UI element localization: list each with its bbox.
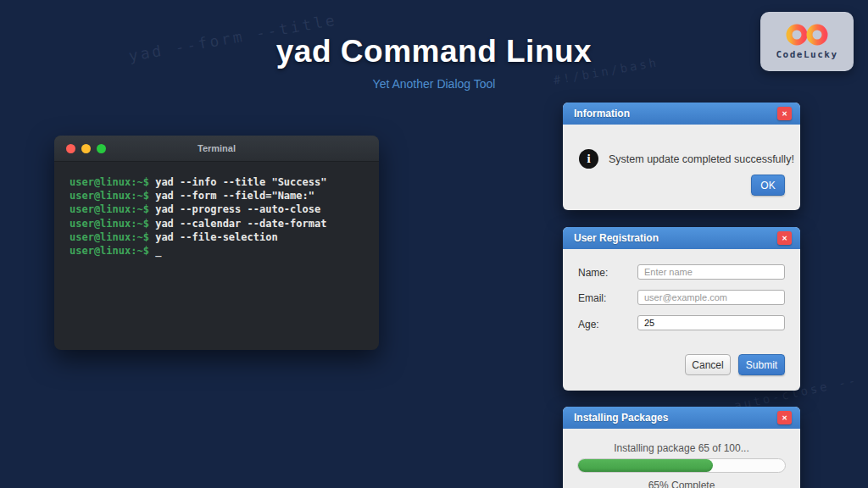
close-icon[interactable]: ✕ [777,107,792,120]
terminal-line: user@linux:~$ yad --file-selection [70,230,379,244]
ok-button[interactable]: OK [751,175,785,196]
command-text: yad --form --field="Name:" [155,190,314,202]
terminal-titlebar: Terminal [54,136,379,162]
terminal-line: user@linux:~$ yad --progress --auto-clos… [70,202,379,216]
close-icon[interactable]: ✕ [777,411,792,424]
information-dialog: Information ✕ i System update completed … [563,103,800,210]
shell-prompt: user@linux:~$ [70,203,149,215]
page-header: yad Command Linux Yet Another Dialog Too… [0,34,868,91]
infinity-icon [783,23,831,47]
terminal-window: Terminal user@linux:~$ yad --info --titl… [54,136,379,350]
minimize-traffic-light[interactable] [81,144,91,153]
close-traffic-light[interactable] [66,144,75,153]
terminal-cursor: _ [155,245,161,257]
installing-packages-title: Installing Packages [574,412,668,424]
codelucky-logo: CodeLucky [760,12,854,71]
command-text: yad --calendar --date-format [155,218,326,230]
close-icon[interactable]: ✕ [777,231,792,245]
shell-prompt: user@linux:~$ [70,176,149,188]
name-label: Name: [578,267,608,279]
progress-status-text: Installing package 65 of 100... [563,442,800,454]
progress-complete-label: 65% Complete [563,480,800,488]
command-text: yad --file-selection [155,231,278,243]
user-registration-title: User Registration [574,232,659,244]
terminal-line: user@linux:~$ yad --calendar --date-form… [70,217,379,230]
user-registration-titlebar: User Registration ✕ [563,227,800,249]
codelucky-logo-label: CodeLucky [776,49,837,60]
email-label: Email: [578,292,606,304]
shell-prompt: user@linux:~$ [70,190,149,202]
user-registration-dialog: User Registration ✕ Name: Email: Age: Ca… [563,227,800,391]
email-field[interactable] [637,290,785,305]
name-field[interactable] [637,264,785,280]
terminal-traffic-lights [66,144,106,153]
info-icon: i [579,149,598,169]
submit-button[interactable]: Submit [738,354,785,375]
installing-packages-dialog: Installing Packages ✕ Installing package… [563,407,800,488]
command-text: yad --info --title "Success" [155,176,326,188]
page-canvas: yad --form --title #!/bin/bash --auto-cl… [0,0,868,488]
shell-prompt: user@linux:~$ [70,218,149,230]
information-dialog-title: Information [574,108,630,119]
information-dialog-titlebar: Information ✕ [563,103,800,125]
age-label: Age: [578,319,599,330]
cancel-button[interactable]: Cancel [685,354,731,375]
age-field[interactable] [637,315,785,330]
progress-fill [578,459,713,472]
terminal-line: user@linux:~$ yad --info --title "Succes… [70,175,379,189]
terminal-output: user@linux:~$ yad --info --title "Succes… [54,162,379,258]
terminal-line: user@linux:~$ _ [70,244,379,258]
page-title: yad Command Linux [0,34,868,69]
page-subtitle: Yet Another Dialog Tool [0,77,868,91]
shell-prompt: user@linux:~$ [70,245,149,257]
installing-packages-titlebar: Installing Packages ✕ [563,407,800,429]
command-text: yad --progress --auto-close [155,203,320,215]
zoom-traffic-light[interactable] [97,144,106,153]
terminal-line: user@linux:~$ yad --form --field="Name:" [70,189,379,202]
shell-prompt: user@linux:~$ [70,231,149,243]
info-message: System update completed successfully! [609,153,794,165]
progress-bar-track [577,458,786,473]
